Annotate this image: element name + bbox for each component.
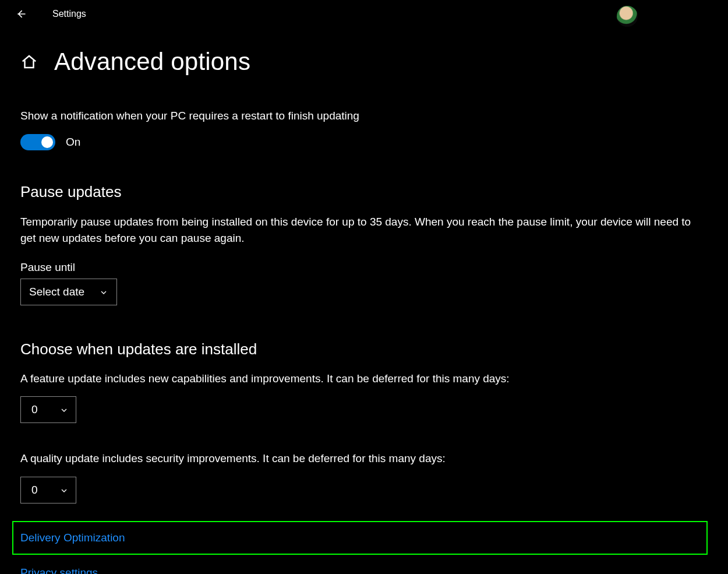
quality-defer-value: 0 <box>31 484 38 496</box>
link-group: Delivery Optimization Privacy settings <box>20 521 708 574</box>
home-icon[interactable] <box>20 53 38 71</box>
chevron-down-icon <box>99 287 108 297</box>
pause-until-value: Select date <box>29 286 84 298</box>
delivery-optimization-link[interactable]: Delivery Optimization <box>20 531 125 544</box>
choose-when-heading: Choose when updates are installed <box>20 340 708 358</box>
page-title: Advanced options <box>54 48 250 76</box>
pause-until-label: Pause until <box>20 261 708 274</box>
page-header: Advanced options <box>20 48 708 76</box>
feature-defer-dropdown[interactable]: 0 <box>20 396 76 423</box>
quality-defer-dropdown[interactable]: 0 <box>20 477 76 503</box>
toggle-knob <box>41 136 53 148</box>
notify-restart-toggle[interactable] <box>20 134 55 150</box>
chevron-down-icon <box>59 405 69 414</box>
pause-updates-heading: Pause updates <box>20 183 708 201</box>
app-title: Settings <box>52 9 86 19</box>
arrow-left-icon <box>15 8 27 20</box>
quality-update-label: A quality update includes security impro… <box>20 451 708 466</box>
notify-restart-label: Show a notification when your PC require… <box>20 108 708 124</box>
chevron-down-icon <box>59 485 69 495</box>
privacy-settings-link[interactable]: Privacy settings <box>20 558 708 574</box>
user-avatar[interactable] <box>617 6 638 27</box>
delivery-optimization-highlight: Delivery Optimization <box>12 521 708 555</box>
notify-restart-state: On <box>66 136 80 149</box>
content-area: Advanced options Show a notification whe… <box>0 28 728 574</box>
feature-defer-value: 0 <box>31 403 38 416</box>
pause-until-dropdown[interactable]: Select date <box>20 279 117 305</box>
feature-update-label: A feature update includes new capabiliti… <box>20 371 708 386</box>
notify-restart-toggle-row: On <box>20 134 708 150</box>
back-button[interactable] <box>13 6 29 22</box>
pause-updates-description: Temporarily pause updates from being ins… <box>20 214 705 247</box>
